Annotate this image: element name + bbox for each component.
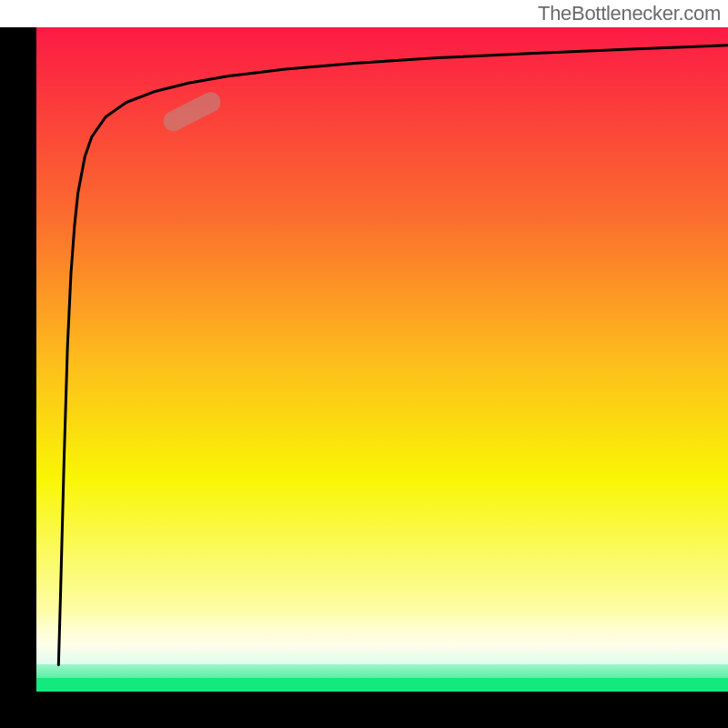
plot-background	[36, 27, 728, 692]
watermark-text: TheBottlenecker.com	[538, 2, 721, 25]
x-axis-block	[0, 692, 728, 728]
chart-area	[0, 27, 728, 728]
plot-white-band	[36, 610, 728, 664]
chart-svg	[0, 27, 728, 728]
y-axis-block	[0, 27, 36, 728]
plot-green-strip	[36, 678, 728, 692]
